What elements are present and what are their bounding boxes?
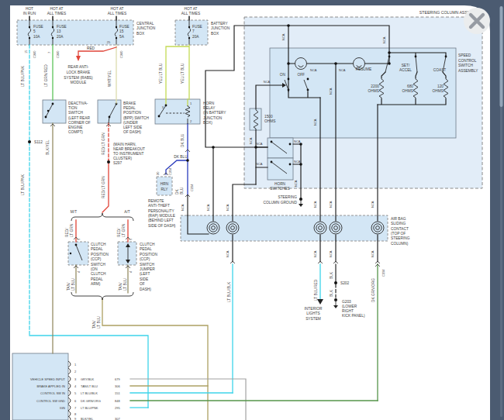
wire-label: YEL/LT BLU — [159, 63, 163, 84]
pin-20: 20 — [156, 171, 160, 175]
bjb-label: BATTERYJUNCTIONBOX — [211, 22, 230, 36]
table-circuit: 679 — [115, 377, 120, 381]
interior-lights-label: INTERIORLIGHTSSYSTEM — [305, 307, 323, 321]
connector-c240: C240 — [33, 50, 36, 58]
g203-ground-symbol — [333, 298, 338, 308]
table-wire: LT BLU/PNK — [81, 406, 98, 410]
power-label: HOT ATALL TIMES — [181, 7, 200, 15]
wire-label: BLK — [330, 271, 333, 279]
nca-label: NCA — [329, 250, 333, 257]
connector-c240: C240 — [119, 50, 123, 58]
nca-label: NCA — [339, 68, 346, 72]
splice-label-s112: S112 — [34, 140, 43, 144]
table-wire: TAN/LT BLU — [81, 384, 98, 388]
nca-label: NCA — [294, 139, 301, 143]
wire-label: DK BLU — [181, 133, 185, 147]
hrn-rly-label: HRNRLY — [161, 182, 169, 191]
nca-label: NCA — [249, 137, 253, 144]
ground-label-g203: G203(LOWERRIGHTKICK PANEL) — [342, 300, 365, 318]
main-harn-note: (MAIN HARN,NEAR BREAKOUTTO INSTRUMENTCLU… — [113, 143, 145, 160]
wire-label: DK BLU — [174, 155, 188, 159]
table-connector-arcs — [68, 361, 71, 420]
deactivation-switch-box — [43, 100, 66, 123]
nca-label: NCA — [329, 88, 333, 95]
table-left-label: BRAKE APPLIED IN — [37, 384, 66, 388]
power-label: HOT ATALL TIMES — [47, 7, 66, 15]
wire-label: TAN/LT BLU — [119, 278, 127, 291]
wire-label: BLK/YEL — [46, 139, 50, 155]
nca-label: NCA — [329, 201, 333, 208]
connector-c240: C240 — [56, 50, 60, 58]
cjb-label: CENTRALJUNCTIONBOX — [136, 22, 156, 36]
bpp-switch-label: BRAKEPEDALPOSITION(BPP) SWITCH(UNDERLEFT… — [123, 102, 150, 134]
nca-label: NCA — [313, 250, 317, 257]
table-left-label: VEHICLE SPEED INPUT — [30, 377, 65, 381]
table-circuit: 848 — [115, 399, 120, 403]
splice-s202 — [334, 281, 337, 284]
nca-label: NCA — [310, 68, 317, 72]
pin-7: 7 — [47, 51, 51, 53]
on-label: ON — [280, 73, 286, 77]
steering-column-ground-symbol — [299, 198, 303, 207]
table-pin: 5 — [74, 391, 77, 395]
table-left-label: CONTROL SW GND — [36, 399, 65, 403]
wire-label: LT BLU/PNK — [21, 65, 25, 87]
resume-label: RESUME — [356, 67, 372, 71]
nca-label: NCA — [371, 201, 375, 208]
coast-label: COAST — [433, 68, 447, 72]
nca-label: NCA — [226, 204, 230, 211]
off-label: OFF — [297, 73, 305, 77]
pin-25: 25 — [107, 40, 111, 44]
hrn-rly-box — [157, 177, 172, 195]
table-pin: 8 — [74, 412, 77, 416]
nca-label: NCA — [313, 201, 317, 208]
splice-label-s297: S297 — [113, 161, 123, 165]
diagram-canvas: STEERING COLUMN ASSEMBLY HOTIN RUN HOT A… — [0, 0, 504, 420]
wire-label: LT BLU/RED — [314, 279, 318, 301]
wire-label: RED/LT GRN — [102, 133, 105, 155]
nca-label: NCA — [382, 36, 386, 43]
connector-c234: C234 — [168, 167, 172, 175]
nca-label: NCA — [226, 250, 230, 257]
scrollbar-thumb[interactable] — [500, 6, 503, 107]
nca-label: NCA — [294, 160, 301, 164]
table-wire: LT BLU/BLK — [81, 391, 98, 395]
splice-s297 — [107, 160, 110, 164]
pin-15: 15 — [24, 50, 28, 53]
resistor-1500-box — [250, 108, 261, 130]
table-pin: 3 — [74, 377, 77, 381]
table-circuit: 307 — [115, 417, 120, 420]
ccp-switch-label: CLUTCHPEDALPOSITION(CCP)SWITCH(ONCLUTCHP… — [91, 243, 109, 286]
wire-label: RED/LT GRN — [65, 223, 74, 237]
speed-control-switch-assembly-box — [270, 48, 456, 138]
nca-label: NCA — [313, 119, 317, 126]
table-pin: 6 — [74, 399, 77, 403]
nca-label: NCA — [181, 204, 185, 211]
top-border — [0, 0, 504, 5]
deactivation-switch-label: DEACTIVA-TIONSWITCH(LEFT REARCORNER OFEN… — [68, 102, 91, 134]
close-button[interactable] — [464, 8, 490, 34]
ccp-jumper-label: CLUTCHPEDALPOSITION(CCP)SWITCHJUMPER(LEF… — [140, 243, 157, 291]
nca-label: NCA — [294, 180, 298, 187]
table-pin: 7 — [74, 406, 77, 410]
left-border — [0, 0, 10, 420]
table-circuit: 295 — [115, 406, 120, 410]
table-circuit: 306 — [115, 384, 120, 388]
wire-label: LT GRN/RED — [44, 64, 48, 87]
wire-label: DK GRN/ORG — [371, 278, 375, 302]
nca-label: NCA — [371, 250, 375, 257]
connector-c234: C234 — [190, 184, 194, 191]
wire-label: YEL/LT BLU — [181, 63, 185, 84]
wire-label: BLK — [330, 289, 333, 297]
horn-relay-label: HORNRELAY(IN BATTERYJUNCTIONBOX) — [203, 102, 226, 125]
rabs-label: REAR ANTI-LOCK BRAKESYSTEM (RABS)MODULE — [64, 65, 93, 84]
nca-label: NCA — [256, 162, 263, 166]
pin-4: 4 — [129, 270, 133, 273]
table-wire: DK GRN/ORG — [81, 399, 101, 403]
pin-4: 4 — [77, 270, 81, 273]
table-pin: 9 — [74, 417, 77, 420]
steering-column-ground-label: STEERINGCOLUMN GROUND — [264, 195, 298, 205]
nca-label: NCA — [264, 80, 271, 84]
mt-label: M/T — [71, 210, 77, 214]
table-pin: 2 — [74, 370, 77, 374]
